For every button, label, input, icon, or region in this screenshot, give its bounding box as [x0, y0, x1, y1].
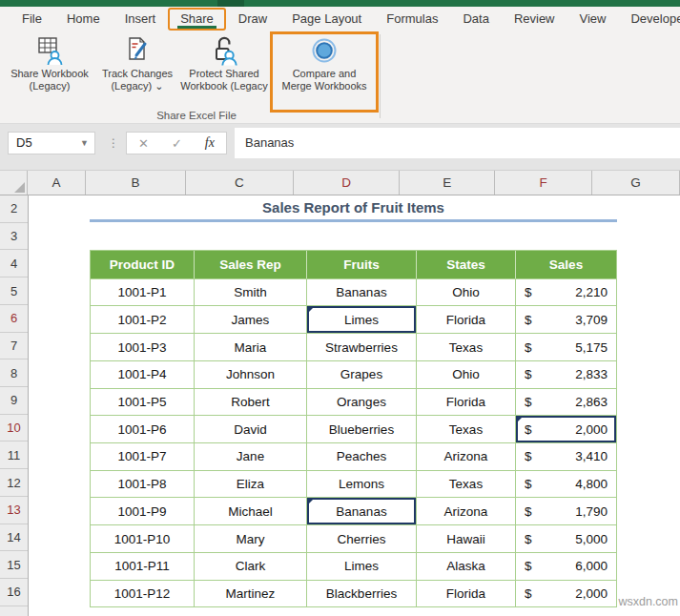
cell-product-id[interactable]: 1001-P8: [91, 470, 195, 498]
row-header-5[interactable]: 5: [0, 277, 28, 305]
cell-sales[interactable]: $4,800: [516, 470, 616, 498]
tab-formulas[interactable]: Formulas: [374, 7, 450, 31]
name-box[interactable]: D5 ▼: [8, 132, 95, 154]
cell-sales-rep[interactable]: Smith: [195, 278, 307, 306]
tab-developer[interactable]: Developer: [618, 7, 680, 31]
cell-fruit[interactable]: Limes: [307, 552, 417, 580]
name-box-dropdown-icon[interactable]: ▼: [80, 133, 89, 154]
cell-product-id[interactable]: 1001-P9: [91, 497, 195, 524]
cell-sales-rep[interactable]: Johnson: [195, 360, 307, 388]
cell-sales[interactable]: $3,410: [516, 442, 616, 470]
cell-state[interactable]: Arizona: [417, 497, 516, 524]
cell-fruit[interactable]: Limes: [307, 305, 417, 333]
cell-state[interactable]: Texas: [417, 333, 516, 360]
cell-sales-rep[interactable]: Eliza: [195, 470, 307, 498]
cell-product-id[interactable]: 1001-P5: [91, 388, 195, 416]
table-header-fruits[interactable]: Fruits: [307, 251, 417, 278]
column-header-f[interactable]: F: [495, 171, 592, 195]
cell-product-id[interactable]: 1001-P2: [91, 305, 195, 333]
cell-sales-rep[interactable]: Michael: [195, 497, 307, 524]
cell-sales-rep[interactable]: Mary: [195, 524, 307, 552]
cell-sales[interactable]: $2,000: [516, 415, 616, 442]
cell-product-id[interactable]: 1001-P12: [91, 580, 195, 607]
cell-sales-rep[interactable]: David: [195, 415, 307, 442]
cell-fruit[interactable]: Cherries: [307, 524, 417, 552]
cell-product-id[interactable]: 1001-P1: [91, 278, 195, 306]
cell-sales[interactable]: $2,833: [516, 360, 616, 388]
tab-view[interactable]: View: [567, 7, 619, 31]
row-header-4[interactable]: 4: [0, 250, 28, 277]
cancel-icon[interactable]: ✕: [138, 136, 149, 151]
cell-sales-rep[interactable]: Robert: [195, 388, 307, 416]
row-header-10[interactable]: 10: [0, 415, 28, 442]
formula-input[interactable]: Bananas: [235, 128, 680, 158]
row-header-3[interactable]: 3: [0, 223, 28, 251]
cell-state[interactable]: Florida: [417, 580, 516, 607]
track-changes-button[interactable]: Track Changes (Legacy) ⌄: [92, 35, 183, 92]
share-workbook-button[interactable]: Share Workbook (Legacy): [2, 35, 97, 92]
select-all-corner[interactable]: [0, 171, 28, 195]
cell-product-id[interactable]: 1001-P3: [91, 333, 195, 360]
enter-icon[interactable]: ✓: [172, 136, 182, 151]
cell-state[interactable]: Arizona: [417, 442, 516, 470]
compare-and-merge-workbooks-button[interactable]: Compare and Merge Workbooks: [275, 35, 374, 92]
cell-fruit[interactable]: Lemons: [307, 470, 417, 498]
cell-product-id[interactable]: 1001-P4: [91, 360, 195, 388]
column-header-a[interactable]: A: [28, 171, 86, 195]
cell-sales-rep[interactable]: James: [195, 305, 307, 333]
row-header-12[interactable]: 12: [0, 469, 28, 497]
tab-page-layout[interactable]: Page Layout: [279, 7, 374, 31]
protect-shared-workbook-button[interactable]: Protect Shared Workbook (Legacy: [175, 35, 273, 92]
cell-state[interactable]: Texas: [417, 415, 516, 442]
row-header-16[interactable]: 16: [0, 579, 28, 606]
cell-sales[interactable]: $3,709: [516, 305, 616, 333]
cell-fruit[interactable]: Grapes: [307, 360, 417, 388]
tab-share[interactable]: Share: [168, 8, 226, 31]
cell-state[interactable]: Ohio: [417, 360, 516, 388]
column-header-e[interactable]: E: [400, 171, 495, 195]
cell-sales[interactable]: $6,000: [516, 552, 616, 580]
table-header-product-id[interactable]: Product ID: [91, 251, 195, 278]
cell-state[interactable]: Florida: [417, 388, 516, 416]
row-header-6[interactable]: 6: [0, 305, 28, 333]
cell-product-id[interactable]: 1001-P6: [91, 415, 195, 442]
cell-fruit[interactable]: Blackberries: [307, 580, 417, 607]
cell-product-id[interactable]: 1001-P7: [91, 442, 195, 470]
row-header-7[interactable]: 7: [0, 333, 28, 360]
cell-sales[interactable]: $5,000: [516, 524, 616, 552]
cell-fruit[interactable]: Peaches: [307, 442, 417, 470]
cell-product-id[interactable]: 1001-P10: [91, 524, 195, 552]
row-header-13[interactable]: 13: [0, 497, 28, 524]
tab-insert[interactable]: Insert: [113, 7, 169, 31]
cell-state[interactable]: Ohio: [417, 278, 516, 306]
cell-sales[interactable]: $2,000: [516, 580, 616, 607]
cell-sales-rep[interactable]: Martinez: [195, 580, 307, 607]
tab-home[interactable]: Home: [54, 7, 113, 31]
cell-sales[interactable]: $5,175: [516, 333, 616, 360]
cell-fruit[interactable]: Bananas: [307, 497, 417, 524]
insert-function-icon[interactable]: fx: [205, 135, 215, 151]
row-header-14[interactable]: 14: [0, 524, 28, 552]
cell-state[interactable]: Florida: [417, 305, 516, 333]
table-header-sales[interactable]: Sales: [516, 251, 616, 278]
cell-fruit[interactable]: Strawberries: [307, 333, 417, 360]
row-header-11[interactable]: 11: [0, 441, 28, 469]
tab-review[interactable]: Review: [502, 7, 567, 31]
column-header-d[interactable]: D: [294, 171, 400, 195]
cell-sales[interactable]: $2,210: [516, 278, 616, 306]
cell-sales[interactable]: $1,790: [516, 497, 616, 524]
cell-state[interactable]: Alaska: [417, 552, 516, 580]
row-header-8[interactable]: 8: [0, 359, 28, 387]
column-header-c[interactable]: C: [186, 171, 294, 195]
tab-file[interactable]: File: [10, 7, 54, 31]
sheet-title-cell[interactable]: Sales Report of Fruit Items: [90, 195, 617, 222]
table-header-sales-rep[interactable]: Sales Rep: [195, 251, 307, 278]
cell-sales[interactable]: $2,863: [516, 388, 616, 416]
column-header-g[interactable]: G: [592, 171, 680, 195]
row-header-15[interactable]: 15: [0, 551, 28, 579]
row-header-2[interactable]: 2: [0, 195, 28, 223]
tab-data[interactable]: Data: [450, 7, 501, 31]
cell-sales-rep[interactable]: Clark: [195, 552, 307, 580]
cell-state[interactable]: Hawaii: [417, 524, 516, 552]
cell-fruit[interactable]: Bananas: [307, 278, 417, 306]
